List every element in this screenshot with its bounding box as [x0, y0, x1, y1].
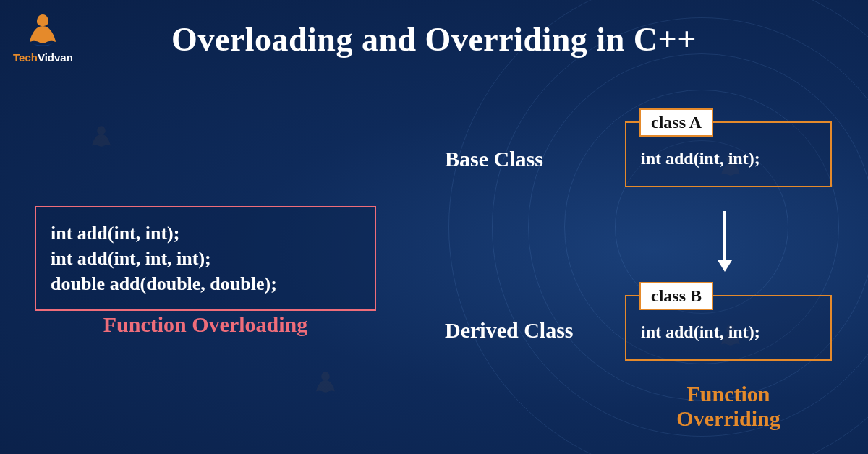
overloading-code-line: int add(int, int, int);	[51, 246, 360, 271]
overloading-code-line: int add(int, int);	[51, 220, 360, 246]
class-a-signature: int add(int, int);	[641, 149, 816, 168]
overloading-code-line: double add(double, double);	[51, 271, 360, 296]
derived-class-label: Derived Class	[445, 318, 573, 343]
function-overloading-caption: Function Overloading	[35, 312, 376, 337]
class-a-tag: class A	[639, 108, 713, 137]
class-b-tag: class B	[639, 282, 713, 310]
page-title: Overloading and Overriding in C++	[0, 20, 868, 59]
function-overriding-caption: Function Overriding	[625, 382, 832, 430]
class-b-signature: int add(int, int);	[641, 322, 816, 342]
function-overloading-box: int add(int, int); int add(int, int, int…	[35, 206, 376, 311]
override-caption-line1: Function	[686, 382, 770, 406]
inheritance-arrow-icon	[723, 211, 726, 270]
base-class-label: Base Class	[445, 147, 543, 171]
class-a-box: class A int add(int, int);	[625, 121, 832, 187]
class-b-box: class B int add(int, int);	[625, 295, 832, 361]
watermark	[87, 123, 116, 152]
watermark	[311, 369, 340, 398]
override-caption-line2: Overriding	[676, 406, 780, 430]
